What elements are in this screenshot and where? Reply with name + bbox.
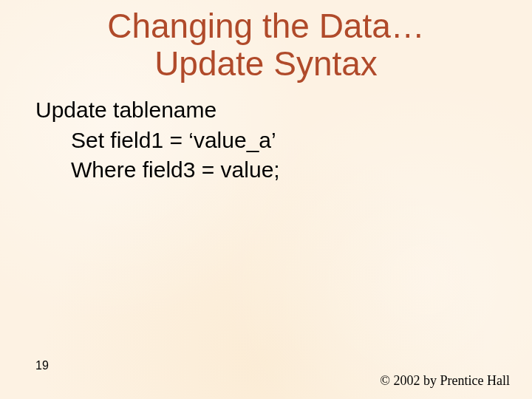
body-line-2: Set field1 = ‘value_a’ [71, 126, 532, 156]
copyright: © 2002 by Prentice Hall [380, 373, 510, 389]
title-line-1: Changing the Data… [0, 7, 532, 45]
body-line-1: Update tablename [35, 95, 532, 126]
page-number: 19 [35, 359, 49, 372]
title-line-2: Update Syntax [0, 45, 532, 83]
body-line-3: Where field3 = value; [71, 155, 532, 185]
slide-title: Changing the Data… Update Syntax [0, 7, 532, 82]
slide-body: Update tablename Set field1 = ‘value_a’ … [35, 95, 532, 185]
